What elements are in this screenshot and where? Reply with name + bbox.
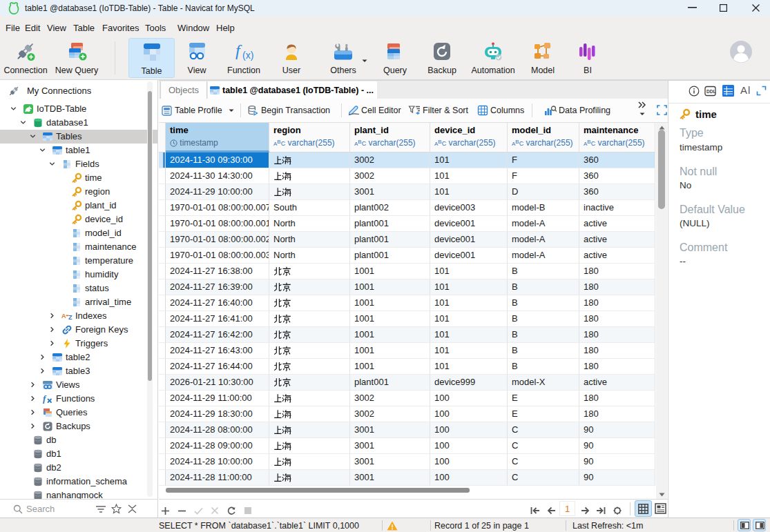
svg-text:DDL: DDL	[706, 89, 715, 94]
svg-text:(x): (x)	[242, 50, 253, 61]
svg-text:f: f	[235, 41, 242, 59]
